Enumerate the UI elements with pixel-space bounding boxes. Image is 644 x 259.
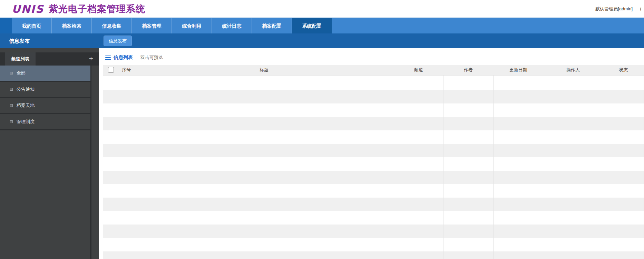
table-cell: [494, 130, 543, 144]
table-cell: [103, 238, 119, 251]
table-cell: [603, 157, 644, 171]
table-cell: [103, 75, 119, 90]
main-nav: 我的首页 档案检索 信息收集 档案管理 综合利用 统计日志 档案配置 系统配置: [0, 18, 644, 33]
table-row: [103, 225, 644, 238]
table-cell: [103, 225, 119, 238]
table-cell: [103, 130, 119, 144]
table-cell: [134, 238, 394, 251]
info-table: 序号 标题 频道 作者 更新日期 操作人 状态: [103, 65, 644, 259]
table-row: [103, 198, 644, 211]
table-row: [103, 117, 644, 130]
nav-tab-archive-manage[interactable]: 档案管理: [132, 18, 172, 33]
channel-item-announcements[interactable]: 公告通知: [0, 82, 90, 98]
table-cell: [134, 117, 394, 130]
square-bullet-icon: [10, 120, 13, 123]
col-header-channel: 频道: [394, 65, 443, 75]
table-cell: [103, 117, 119, 130]
table-cell: [103, 171, 119, 184]
table-cell: [494, 157, 543, 171]
table-row: [103, 184, 644, 198]
nav-tab-archive-search[interactable]: 档案检索: [52, 18, 92, 33]
table-cell: [443, 251, 494, 259]
table-cell: [103, 157, 119, 171]
table-cell: [543, 198, 603, 211]
table-cell: [394, 90, 443, 103]
table-cell: [134, 144, 394, 157]
nav-tab-system-config[interactable]: 系统配置: [292, 18, 332, 33]
table-cell: [443, 90, 494, 103]
table-cell: [494, 184, 543, 198]
table-cell: [103, 103, 119, 117]
col-header-author: 作者: [443, 65, 494, 75]
table-cell: [543, 211, 603, 225]
table-row: [103, 171, 644, 184]
table-cell: [494, 117, 543, 130]
table-cell: [443, 184, 494, 198]
info-table-wrap: 序号 标题 频道 作者 更新日期 操作人 状态: [103, 65, 644, 259]
table-cell: [443, 130, 494, 144]
table-cell: [119, 184, 134, 198]
table-cell: [494, 103, 543, 117]
col-header-title: 标题: [134, 65, 394, 75]
table-cell: [103, 211, 119, 225]
channel-item-label: 全部: [17, 70, 26, 76]
table-cell: [443, 238, 494, 251]
nav-tab-comprehensive-use[interactable]: 综合利用: [172, 18, 212, 33]
table-cell: [394, 251, 443, 259]
user-info: 默认管理员[admin] （: [595, 0, 642, 18]
sidebar-header-strip: 频道列表 +: [0, 52, 99, 66]
table-cell: [134, 130, 394, 144]
table-cell: [603, 251, 644, 259]
table-cell: [494, 90, 543, 103]
table-cell: [394, 144, 443, 157]
table-cell: [394, 103, 443, 117]
table-cell: [103, 251, 119, 259]
table-cell: [103, 90, 119, 103]
table-cell: [394, 211, 443, 225]
channel-item-management-rules[interactable]: 管理制度: [0, 114, 90, 130]
table-cell: [543, 144, 603, 157]
table-cell: [394, 184, 443, 198]
table-cell: [394, 198, 443, 211]
table-cell: [543, 251, 603, 259]
table-cell: [119, 117, 134, 130]
col-header-update-date: 更新日期: [494, 65, 543, 75]
col-header-index: 序号: [119, 65, 134, 75]
table-cell: [119, 211, 134, 225]
nav-tab-home[interactable]: 我的首页: [12, 18, 52, 33]
add-channel-button[interactable]: +: [87, 52, 95, 66]
table-cell: [543, 171, 603, 184]
table-cell: [119, 130, 134, 144]
table-cell: [443, 103, 494, 117]
table-cell: [134, 90, 394, 103]
table-cell: [443, 144, 494, 157]
nav-tab-stats-log[interactable]: 统计日志: [212, 18, 252, 33]
table-cell: [603, 144, 644, 157]
app-title: 紫光电子档案管理系统: [49, 3, 145, 15]
nav-tab-info-collect[interactable]: 信息收集: [92, 18, 132, 33]
table-cell: [103, 184, 119, 198]
table-cell: [134, 171, 394, 184]
table-cell: [603, 103, 644, 117]
channel-item-label: 公告通知: [17, 86, 35, 92]
select-all-checkbox[interactable]: [108, 67, 114, 73]
nav-tab-archive-config[interactable]: 档案配置: [252, 18, 292, 33]
channel-list-tab[interactable]: 频道列表: [5, 52, 36, 66]
channel-item-all[interactable]: 全部: [0, 66, 90, 82]
table-cell: [603, 130, 644, 144]
table-cell: [494, 225, 543, 238]
table-row: [103, 103, 644, 117]
table-cell: [394, 225, 443, 238]
user-suffix-paren: （: [637, 6, 642, 12]
table-row: [103, 211, 644, 225]
square-bullet-icon: [10, 104, 13, 107]
table-header: 序号 标题 频道 作者 更新日期 操作人 状态: [103, 65, 644, 75]
col-header-operator: 操作人: [543, 65, 603, 75]
channel-sidebar: 频道列表 + 全部 公告通知 档案天地 管理制度: [0, 48, 99, 259]
table-cell: [603, 117, 644, 130]
table-cell: [603, 225, 644, 238]
top-header: UNIS 紫光电子档案管理系统 默认管理员[admin] （: [0, 0, 644, 18]
table-cell: [494, 251, 543, 259]
info-publish-tab[interactable]: 信息发布: [104, 36, 132, 46]
channel-item-archive-world[interactable]: 档案天地: [0, 98, 90, 114]
